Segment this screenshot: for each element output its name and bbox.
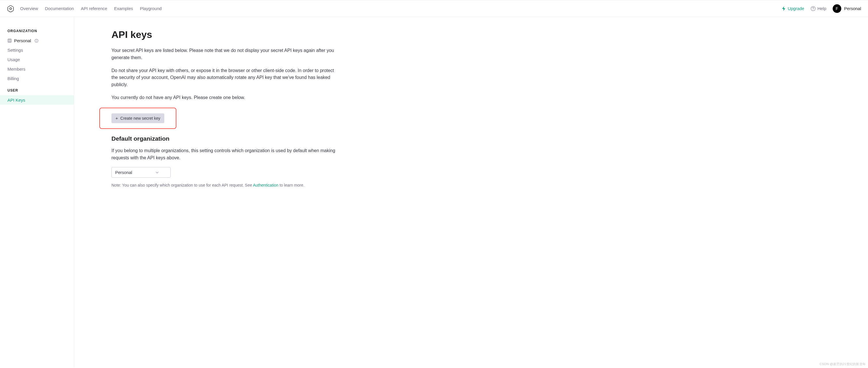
nav-examples[interactable]: Examples xyxy=(114,6,133,11)
default-org-paragraph: If you belong to multiple organizations,… xyxy=(112,147,336,162)
top-right: Upgrade Help F Personal xyxy=(782,4,861,13)
upgrade-label: Upgrade xyxy=(787,6,804,11)
highlight-annotation: + Create new secret key xyxy=(99,108,176,129)
svg-rect-8 xyxy=(36,40,37,42)
lightning-icon xyxy=(782,6,786,11)
note-suffix: to learn more. xyxy=(278,183,304,188)
sidebar-item-label: Members xyxy=(7,67,26,71)
account-menu[interactable]: F Personal xyxy=(833,4,861,13)
help-icon xyxy=(811,6,816,11)
sidebar-item-label: Settings xyxy=(7,48,23,53)
help-link[interactable]: Help xyxy=(811,6,826,11)
sidebar-org-personal[interactable]: Personal xyxy=(0,36,74,45)
building-icon xyxy=(7,38,12,43)
watermark: CSDN @迷茫的21世纪的新韭年 xyxy=(820,362,866,366)
account-label: Personal xyxy=(844,6,861,11)
sidebar-item-members[interactable]: Members xyxy=(0,64,74,74)
create-secret-key-button[interactable]: + Create new secret key xyxy=(112,113,164,123)
svg-point-7 xyxy=(36,40,37,40)
sidebar-item-usage[interactable]: Usage xyxy=(0,55,74,64)
create-button-label: Create new secret key xyxy=(120,116,160,121)
sidebar: ORGANIZATION Personal Settings Usage Mem… xyxy=(0,17,74,367)
nav-playground[interactable]: Playground xyxy=(140,6,162,11)
sidebar-section-user: USER xyxy=(0,83,74,95)
top-nav: Overview Documentation API reference Exa… xyxy=(20,6,782,11)
sidebar-item-billing[interactable]: Billing xyxy=(0,74,74,83)
sidebar-item-label: Billing xyxy=(7,76,19,81)
intro-paragraph-1: Your secret API keys are listed below. P… xyxy=(112,47,336,61)
logo[interactable] xyxy=(7,5,14,12)
intro-paragraph-2: Do not share your API key with others, o… xyxy=(112,67,336,89)
default-org-select[interactable]: Personal xyxy=(112,167,170,178)
help-label: Help xyxy=(817,6,826,11)
note-text: Note: You can also specify which organiz… xyxy=(112,183,338,188)
select-value: Personal xyxy=(115,170,132,175)
svg-point-2 xyxy=(813,9,813,10)
default-org-select-wrap: Personal xyxy=(112,167,170,178)
plus-icon: + xyxy=(116,116,118,120)
svg-point-0 xyxy=(10,7,12,9)
upgrade-link[interactable]: Upgrade xyxy=(782,6,804,11)
sidebar-item-label: API Keys xyxy=(7,98,25,102)
openai-logo-icon xyxy=(7,5,14,12)
sidebar-item-api-keys[interactable]: API Keys xyxy=(0,95,74,105)
chevron-down-icon xyxy=(155,171,159,174)
sidebar-org-label: Personal xyxy=(14,38,31,43)
empty-state-text: You currently do not have any API keys. … xyxy=(112,94,336,101)
avatar: F xyxy=(833,4,841,13)
nav-api-reference[interactable]: API reference xyxy=(81,6,107,11)
sidebar-item-settings[interactable]: Settings xyxy=(0,45,74,55)
info-icon xyxy=(34,39,38,43)
page-title: API keys xyxy=(112,29,338,40)
nav-overview[interactable]: Overview xyxy=(20,6,38,11)
svg-rect-3 xyxy=(8,39,11,42)
note-prefix: Note: You can also specify which organiz… xyxy=(112,183,253,188)
sidebar-section-organization: ORGANIZATION xyxy=(0,24,74,36)
top-bar: Overview Documentation API reference Exa… xyxy=(0,0,868,17)
sidebar-item-label: Usage xyxy=(7,57,20,62)
main-content: API keys Your secret API keys are listed… xyxy=(74,17,338,367)
authentication-link[interactable]: Authentication xyxy=(253,183,279,188)
default-org-heading: Default organization xyxy=(112,135,338,142)
nav-documentation[interactable]: Documentation xyxy=(45,6,74,11)
